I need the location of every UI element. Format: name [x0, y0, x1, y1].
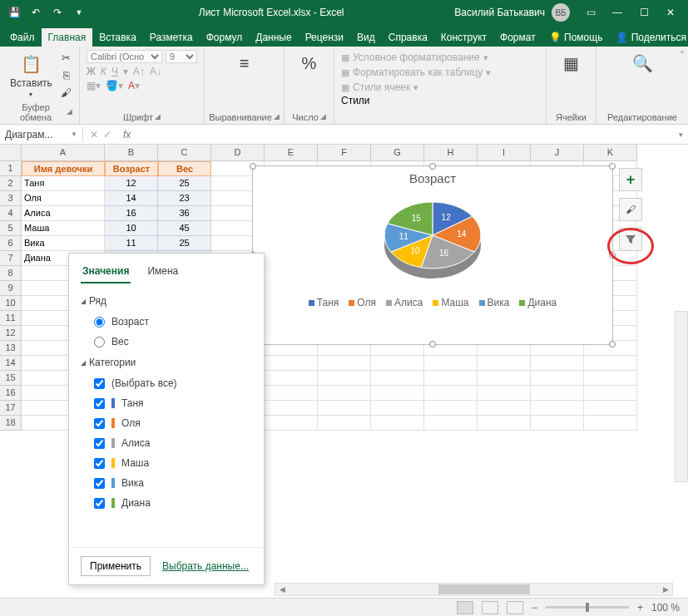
tab-home[interactable]: Главная: [42, 28, 93, 47]
filter-category-item[interactable]: Диана: [81, 493, 252, 513]
format-painter-icon[interactable]: 🖌: [59, 85, 74, 100]
name-box[interactable]: Диаграм...▼: [0, 127, 83, 142]
cell[interactable]: [318, 386, 371, 401]
tab-formulas[interactable]: Формул: [200, 28, 250, 47]
tab-view[interactable]: Вид: [350, 28, 382, 47]
row-header[interactable]: 10: [0, 296, 22, 311]
tab-review[interactable]: Рецензи: [299, 28, 350, 47]
minimize-icon[interactable]: —: [605, 3, 630, 22]
col-header[interactable]: D: [211, 145, 265, 161]
cell[interactable]: [371, 386, 424, 401]
zoom-level[interactable]: 100 %: [651, 602, 680, 614]
chart-object[interactable]: Возраст 121416101115 ТаняОляАлисаМашаВик…: [252, 165, 613, 345]
font-shrink-icon[interactable]: A↓: [150, 66, 161, 77]
filter-category-item[interactable]: Маша: [81, 453, 252, 473]
cell[interactable]: Таня: [22, 176, 105, 191]
cell[interactable]: 11: [105, 236, 158, 251]
cell-styles[interactable]: ▦ Стили ячеек ▾: [341, 80, 539, 95]
row-header[interactable]: 11: [0, 311, 22, 326]
filter-category-item[interactable]: Вика: [81, 473, 252, 493]
filter-tab-values[interactable]: Значения: [81, 262, 131, 283]
share-button[interactable]: 👤 Поделиться: [609, 28, 688, 47]
check-select-all[interactable]: (Выбрать все): [81, 373, 252, 393]
cell[interactable]: [265, 386, 318, 401]
cell[interactable]: 45: [158, 221, 211, 236]
page-break-view-icon[interactable]: [507, 601, 523, 614]
select-all-corner[interactable]: [0, 145, 22, 161]
chart-styles-button[interactable]: 🖌: [619, 198, 642, 221]
cell[interactable]: [584, 386, 637, 401]
redo-icon[interactable]: ↷: [48, 3, 67, 22]
zoom-slider[interactable]: [546, 606, 629, 609]
cell[interactable]: [531, 386, 584, 401]
format-as-table[interactable]: ▦ Форматировать как таблицу ▾: [341, 65, 539, 80]
row-header[interactable]: 9: [0, 281, 22, 296]
user-avatar[interactable]: ВБ: [552, 3, 570, 22]
row-header[interactable]: 6: [0, 236, 22, 251]
cell[interactable]: [265, 356, 318, 371]
cell[interactable]: [478, 371, 531, 386]
col-header[interactable]: B: [105, 145, 158, 161]
cell[interactable]: Имя девочки: [22, 161, 105, 176]
font-grow-icon[interactable]: A↑: [133, 66, 145, 77]
copy-icon[interactable]: ⎘: [59, 67, 74, 82]
expand-formula-icon[interactable]: ▾: [674, 131, 688, 139]
cell[interactable]: [531, 416, 584, 431]
page-layout-view-icon[interactable]: [482, 601, 498, 614]
row-header[interactable]: 12: [0, 326, 22, 341]
cell[interactable]: 23: [158, 191, 211, 206]
cell[interactable]: Оля: [22, 191, 105, 206]
cell[interactable]: 25: [158, 236, 211, 251]
filter-category-item[interactable]: Оля: [81, 413, 252, 433]
col-header[interactable]: A: [22, 145, 105, 161]
filter-section-categories[interactable]: Категории: [81, 357, 252, 368]
cell[interactable]: 14: [105, 191, 158, 206]
row-header[interactable]: 3: [0, 191, 22, 206]
cell[interactable]: Возраст: [105, 161, 158, 176]
cell[interactable]: [265, 371, 318, 386]
col-header[interactable]: C: [158, 145, 211, 161]
apply-button[interactable]: Применить: [81, 556, 151, 576]
col-header[interactable]: K: [584, 145, 637, 161]
cell[interactable]: [318, 356, 371, 371]
chart-title[interactable]: Возраст: [253, 166, 612, 190]
formula-input[interactable]: [136, 129, 674, 140]
filter-section-series[interactable]: Ряд: [81, 295, 252, 307]
font-name-select[interactable]: Calibri (Осно: [87, 50, 162, 63]
cell[interactable]: 10: [105, 221, 158, 236]
cut-icon[interactable]: ✂: [59, 50, 74, 65]
cell[interactable]: [478, 386, 531, 401]
row-header[interactable]: 2: [0, 176, 22, 191]
cell[interactable]: Вес: [158, 161, 211, 176]
normal-view-icon[interactable]: [457, 601, 473, 614]
cell[interactable]: [371, 356, 424, 371]
radio-weight[interactable]: Вес: [81, 332, 252, 352]
tab-layout[interactable]: Разметка: [143, 28, 200, 47]
filter-tab-names[interactable]: Имена: [146, 262, 180, 283]
row-header[interactable]: 17: [0, 401, 22, 416]
cell[interactable]: [584, 356, 637, 371]
editing-button[interactable]: 🔍: [603, 50, 681, 76]
cell[interactable]: [371, 371, 424, 386]
cell[interactable]: [531, 356, 584, 371]
cell[interactable]: [584, 416, 637, 431]
cell[interactable]: [371, 416, 424, 431]
cell[interactable]: [584, 371, 637, 386]
filter-category-item[interactable]: Алиса: [81, 433, 252, 453]
cell[interactable]: [478, 416, 531, 431]
row-header[interactable]: 16: [0, 386, 22, 401]
cell[interactable]: [478, 401, 531, 416]
cell[interactable]: [318, 371, 371, 386]
close-icon[interactable]: ✕: [658, 3, 683, 22]
fx-icon[interactable]: fx: [118, 129, 136, 140]
underline-button[interactable]: Ч: [111, 66, 118, 77]
tell-me[interactable]: 💡 Помощь: [542, 28, 610, 47]
cells-button[interactable]: ▦: [553, 50, 589, 76]
col-header[interactable]: E: [265, 145, 318, 161]
cell[interactable]: 36: [158, 206, 211, 221]
maximize-icon[interactable]: ☐: [631, 3, 656, 22]
col-header[interactable]: I: [478, 145, 531, 161]
cell[interactable]: [531, 401, 584, 416]
cell[interactable]: [584, 401, 637, 416]
italic-button[interactable]: К: [101, 66, 106, 77]
